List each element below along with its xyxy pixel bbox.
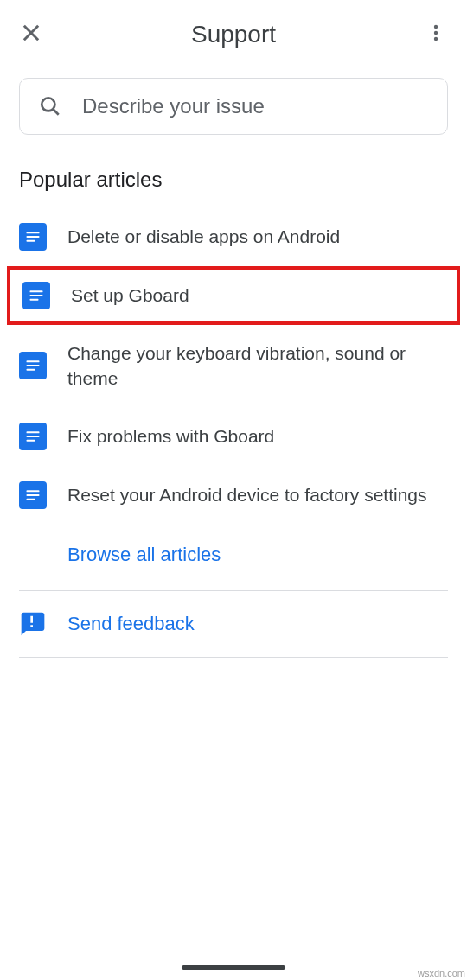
feedback-label: Send feedback — [67, 613, 195, 635]
svg-line-6 — [54, 110, 59, 115]
svg-rect-18 — [27, 440, 35, 442]
article-item[interactable]: Change your keyboard vibration, sound or… — [0, 325, 467, 407]
article-list: Delete or disable apps on Android Set up… — [0, 207, 467, 525]
article-icon — [22, 282, 50, 309]
svg-rect-17 — [27, 436, 40, 437]
article-title: Delete or disable apps on Android — [67, 224, 340, 249]
svg-rect-13 — [27, 361, 40, 363]
svg-rect-7 — [27, 232, 40, 233]
search-container[interactable] — [19, 78, 448, 135]
browse-all-label: Browse all articles — [67, 544, 221, 565]
svg-rect-16 — [27, 431, 40, 433]
svg-rect-21 — [27, 499, 35, 500]
article-title: Fix problems with Gboard — [67, 423, 274, 449]
article-title: Change your keyboard vibration, sound or… — [67, 340, 448, 391]
svg-rect-20 — [27, 494, 40, 496]
article-item-highlighted[interactable]: Set up Gboard — [7, 266, 460, 325]
browse-all-link[interactable]: Browse all articles — [0, 525, 467, 590]
navigation-bar-handle[interactable] — [182, 965, 285, 970]
more-options-button[interactable] — [424, 22, 448, 47]
svg-rect-15 — [27, 369, 35, 371]
search-icon — [39, 95, 61, 118]
send-feedback-link[interactable]: Send feedback — [0, 591, 467, 657]
header: Support — [0, 0, 467, 62]
svg-point-3 — [434, 31, 438, 35]
svg-rect-12 — [30, 299, 39, 301]
svg-rect-10 — [30, 290, 43, 292]
svg-point-4 — [434, 37, 438, 41]
svg-point-5 — [42, 98, 54, 111]
svg-rect-8 — [27, 236, 40, 238]
article-icon — [19, 481, 47, 509]
more-vertical-icon — [425, 22, 446, 47]
close-icon — [19, 21, 43, 48]
article-icon — [19, 352, 47, 379]
article-title: Reset your Android device to factory set… — [67, 482, 427, 507]
article-title: Set up Gboard — [71, 283, 189, 308]
article-item[interactable]: Fix problems with Gboard — [0, 407, 467, 466]
search-input[interactable] — [82, 94, 428, 118]
watermark: wsxdn.com — [418, 968, 465, 978]
article-icon — [19, 223, 47, 251]
svg-rect-14 — [27, 365, 40, 366]
svg-rect-9 — [27, 240, 35, 242]
page-title: Support — [43, 21, 424, 48]
feedback-icon — [19, 610, 47, 638]
article-item[interactable]: Reset your Android device to factory set… — [0, 466, 467, 525]
svg-rect-11 — [30, 295, 43, 296]
article-icon — [19, 423, 47, 450]
close-button[interactable] — [19, 22, 43, 47]
section-title: Popular articles — [0, 142, 467, 207]
svg-rect-19 — [27, 490, 40, 492]
divider — [19, 657, 448, 658]
svg-point-2 — [434, 25, 438, 29]
article-item[interactable]: Delete or disable apps on Android — [0, 207, 467, 266]
